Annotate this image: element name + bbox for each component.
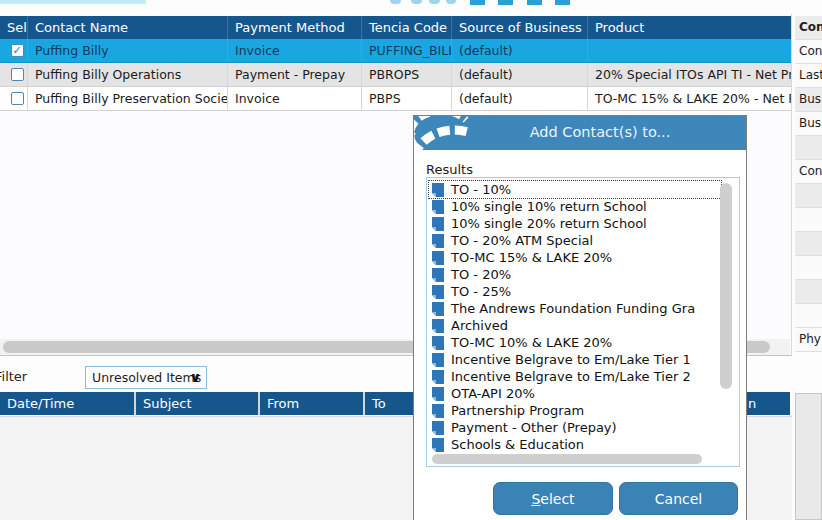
detail-field-label: Phy <box>795 328 822 352</box>
toolbar-icon-fragment[interactable] <box>390 0 401 4</box>
list-item-label: Archived <box>451 318 508 333</box>
results-listbox[interactable]: TO - 10% 10% single 10% return School 10… <box>426 177 740 467</box>
toolbar-icon-fragment[interactable] <box>527 0 542 5</box>
list-item[interactable]: Incentive Belgrave to Em/Lake Tier 1 <box>429 351 721 368</box>
list-item-label: 10% single 20% return School <box>451 216 647 231</box>
cell-source: (default) <box>452 63 588 86</box>
column-header-tencia[interactable]: Tencia Code <box>362 16 452 39</box>
table-row[interactable]: Puffing Billy Operations Payment - Prepa… <box>0 63 791 87</box>
contacts-table: Sel Contact Name Payment Method Tencia C… <box>0 16 791 111</box>
toolbar-icon-fragment[interactable] <box>498 0 513 5</box>
toolbar-icon-fragment[interactable] <box>411 0 422 4</box>
column-header-datetime[interactable]: Date/Time <box>0 392 136 415</box>
cell-payment: Invoice <box>228 39 362 62</box>
detail-field-label: Last <box>795 64 822 88</box>
detail-field-label: Bus <box>795 112 822 136</box>
detail-panel-clipped: Con Con Last Bus Bus Con Phy <box>795 16 822 352</box>
list-item[interactable]: TO-MC 10% & LAKE 20% <box>429 334 721 351</box>
list-item-label: TO - 25% <box>451 284 511 299</box>
document-icon <box>432 438 444 452</box>
listbox-vertical-scrollbar-thumb[interactable] <box>720 183 732 389</box>
list-item[interactable]: 10% single 20% return School <box>429 215 721 232</box>
list-item[interactable]: TO - 25% <box>429 283 721 300</box>
document-icon <box>432 217 444 231</box>
detail-field-label: Con <box>795 40 822 64</box>
dialog-titlebar: Add Contact(s) to... <box>414 116 746 150</box>
cell-product <box>588 39 791 62</box>
app-window: Sel Contact Name Payment Method Tencia C… <box>0 0 822 520</box>
filter-dropdown-value: Unresolved Items <box>92 370 201 385</box>
cell-tencia-code: PBROPS <box>362 63 452 86</box>
list-item[interactable]: Archived <box>429 317 721 334</box>
detail-field-label: Con <box>795 160 822 184</box>
listbox-horizontal-scrollbar-thumb[interactable] <box>432 454 702 464</box>
document-icon <box>432 387 444 401</box>
detail-field-label <box>795 136 822 160</box>
list-item-label: TO - 10% <box>451 182 511 197</box>
column-header-source[interactable]: Source of Business <box>452 16 588 39</box>
cell-contact-name: Puffing Billy <box>28 39 228 62</box>
list-item[interactable]: OTA-API 20% <box>429 385 721 402</box>
list-item[interactable]: The Andrews Foundation Funding Gra <box>429 300 721 317</box>
list-item-label: The Andrews Foundation Funding Gra <box>451 301 695 316</box>
column-header-payment[interactable]: Payment Method <box>228 16 362 39</box>
document-icon <box>432 268 444 282</box>
column-header-from[interactable]: From <box>260 392 365 415</box>
select-button-label: elect <box>540 491 574 507</box>
contacts-table-header: Sel Contact Name Payment Method Tencia C… <box>0 16 791 39</box>
document-icon <box>432 234 444 248</box>
column-header-clipped[interactable]: n <box>741 392 790 415</box>
detail-field-label <box>795 232 822 256</box>
detail-field-label <box>795 184 822 208</box>
table-row[interactable]: Puffing Billy Preservation Society Invoi… <box>0 87 791 111</box>
detail-field-label <box>795 208 822 232</box>
document-icon <box>432 285 444 299</box>
toolbar-icon-fragment[interactable] <box>446 0 456 4</box>
list-item[interactable]: Partnership Program <box>429 402 721 419</box>
column-header-contact[interactable]: Contact Name <box>28 16 228 39</box>
list-item[interactable]: TO - 10% <box>429 181 721 198</box>
results-label: Results <box>426 162 473 177</box>
cell-payment: Invoice <box>228 87 362 110</box>
list-item[interactable]: Payment - Other (Prepay) <box>429 419 721 436</box>
document-icon <box>432 183 444 197</box>
row-checkbox[interactable] <box>11 68 24 81</box>
list-item[interactable]: TO - 20% <box>429 266 721 283</box>
column-header-sel[interactable]: Sel <box>0 16 28 39</box>
cell-source: (default) <box>452 87 588 110</box>
detail-panel-header: Con <box>795 16 822 40</box>
list-item-label: Schools & Education <box>451 437 584 452</box>
list-item-label: Incentive Belgrave to Em/Lake Tier 2 <box>451 369 691 384</box>
select-button[interactable]: Select <box>493 482 613 515</box>
cell-tencia-code: PUFFING_BILLY <box>362 39 452 62</box>
document-icon <box>432 336 444 350</box>
column-header-subject[interactable]: Subject <box>136 392 260 415</box>
row-checkbox[interactable] <box>11 92 24 105</box>
toolbar-icon-fragment[interactable] <box>555 0 570 5</box>
dialog-title: Add Contact(s) to... <box>470 124 730 140</box>
toolbar-icon-fragment[interactable] <box>429 0 440 4</box>
list-item-label: TO-MC 15% & LAKE 20% <box>451 250 612 265</box>
list-item-label: 10% single 10% return School <box>451 199 647 214</box>
filter-dropdown[interactable]: Unresolved Items ∨ <box>85 366 207 389</box>
filter-label: Filter <box>0 369 27 384</box>
table-row[interactable]: ✓ Puffing Billy Invoice PUFFING_BILLY (d… <box>0 39 791 63</box>
cell-tencia-code: PBPS <box>362 87 452 110</box>
cell-payment: Payment - Prepay <box>228 63 362 86</box>
detail-field-label: Bus <box>795 88 822 112</box>
toolbar-icon-fragment[interactable] <box>470 0 485 5</box>
column-header-product[interactable]: Product <box>588 16 791 39</box>
row-checkbox-checked[interactable]: ✓ <box>11 44 24 57</box>
cancel-button[interactable]: Cancel <box>619 482 738 515</box>
cell-contact-name: Puffing Billy Preservation Society <box>28 87 228 110</box>
list-item[interactable]: Incentive Belgrave to Em/Lake Tier 2 <box>429 368 721 385</box>
list-item[interactable]: Schools & Education <box>429 436 721 453</box>
cell-contact-name: Puffing Billy Operations <box>28 63 228 86</box>
list-item[interactable]: TO - 20% ATM Special <box>429 232 721 249</box>
cell-product: TO-MC 15% & LAKE 20% - Net Pr <box>588 87 791 110</box>
list-item[interactable]: 10% single 10% return School <box>429 198 721 215</box>
list-item[interactable]: TO-MC 15% & LAKE 20% <box>429 249 721 266</box>
document-icon <box>432 200 444 214</box>
detail-field-label <box>795 280 822 304</box>
detail-field-label <box>795 256 822 280</box>
